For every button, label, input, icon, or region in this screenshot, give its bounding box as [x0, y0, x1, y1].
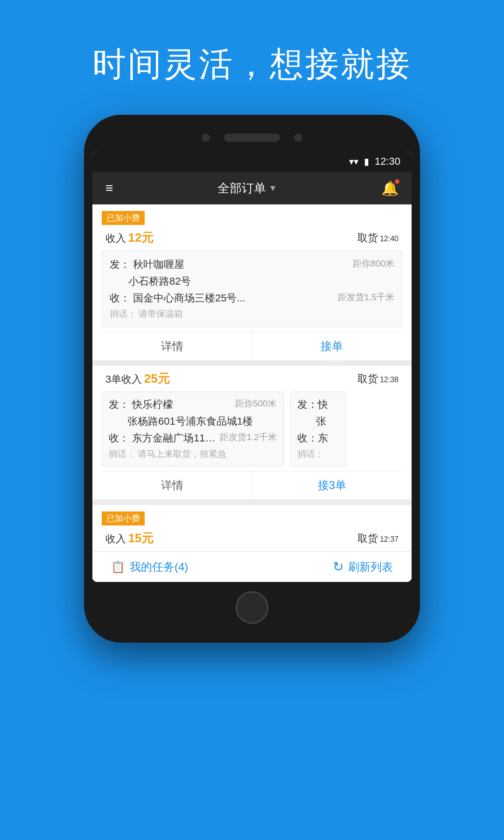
order1-from-address: 小石桥路82号 — [110, 274, 394, 288]
wifi-icon: ▾▾ — [349, 156, 358, 167]
order2-card2: 发：快 张 收：东 捎话： — [290, 392, 346, 466]
order1-to-row: 收： 国金中心商场三楼25号... 距发货1.5千米 — [110, 291, 394, 305]
content-area: 已加小费 收入 12元 取货 12:40 发： — [92, 204, 412, 582]
my-tasks-label[interactable]: 我的任务(4) — [130, 560, 188, 574]
tag-badge-3: 已加小费 — [102, 511, 145, 525]
menu-icon[interactable]: ≡ — [105, 181, 113, 196]
phone-container: ▾▾ ▮ 12:30 ≡ 全部订单 ▼ 🔔 已加小 — [0, 115, 504, 643]
order2-summary: 3单收入 25元 取货 12:38 — [92, 366, 412, 392]
status-bar: ▾▾ ▮ 12:30 — [92, 151, 412, 172]
order1-actions: 详情 接单 — [92, 332, 412, 360]
battery-icon: ▮ — [364, 156, 369, 167]
phone-bottom — [92, 582, 412, 629]
phone-top — [92, 129, 412, 151]
tag-badge-1: 已加小费 — [102, 211, 145, 225]
order1-to-distance: 距发货1.5千米 — [333, 291, 394, 303]
refresh-label[interactable]: 刷新列表 — [348, 560, 393, 574]
order2-detail-btn[interactable]: 详情 — [92, 471, 252, 499]
order2-accept-btn[interactable]: 接3单 — [252, 471, 412, 499]
order1-from-label: 发： — [110, 258, 130, 272]
order2-c1-from-row: 发： 快乐柠檬 距你500米 — [109, 398, 277, 412]
phone: ▾▾ ▮ 12:30 ≡ 全部订单 ▼ 🔔 已加小 — [84, 115, 420, 643]
order3-income: 收入 15元 — [105, 530, 154, 546]
refresh-tab[interactable]: ↻ 刷新列表 — [333, 559, 393, 574]
order1-note: 捎话： 请带保温箱 — [110, 308, 394, 320]
camera — [202, 133, 210, 142]
speaker — [224, 133, 280, 142]
order2-c1-from-address: 张杨路601号浦东食品城1楼 — [109, 414, 277, 428]
order2-pickup: 取货 12:38 — [357, 372, 399, 386]
order1-detail-btn[interactable]: 详情 — [92, 332, 252, 360]
bell-container[interactable]: 🔔 — [381, 180, 399, 196]
order-card-3: 已加小费 收入 15元 取货 12:37 — [92, 505, 412, 551]
order1-summary: 收入 12元 取货 12:40 — [92, 225, 412, 251]
order1-pickup: 取货 12:40 — [357, 231, 399, 245]
refresh-icon[interactable]: ↻ — [333, 559, 343, 574]
order1-from-distance: 距你800米 — [348, 258, 394, 270]
order2-c2-note: 捎话： — [297, 448, 339, 460]
dropdown-arrow-icon[interactable]: ▼ — [269, 183, 277, 193]
order2-c2-from-row: 发：快 — [297, 398, 339, 412]
camera-right — [294, 133, 302, 142]
order3-pickup: 取货 12:37 — [357, 532, 399, 546]
order-card-2: 3单收入 25元 取货 12:38 发： 快乐柠 — [92, 366, 412, 499]
order1-to-name: 国金中心商场三楼25号... — [130, 291, 333, 305]
order2-actions: 详情 接3单 — [92, 471, 412, 499]
app-header: ≡ 全部订单 ▼ 🔔 — [92, 172, 412, 204]
status-time: 12:30 — [375, 155, 400, 168]
home-button[interactable] — [236, 591, 268, 624]
order1-detail: 发： 秋叶咖喱屋 距你800米 小石桥路82号 收： 国金中心商场三楼25号..… — [102, 251, 402, 327]
page-title: 时间灵活，想接就接 — [0, 42, 504, 87]
order2-c1-to-row: 收： 东方金融广场11… 距发货1.2千米 — [109, 431, 277, 445]
order1-to-label: 收： — [110, 291, 130, 305]
page-heading: 时间灵活，想接就接 — [0, 0, 504, 115]
notification-dot — [395, 179, 399, 184]
order3-summary: 收入 15元 取货 12:37 — [92, 525, 412, 551]
order-card-1: 已加小费 收入 12元 取货 12:40 发： — [92, 204, 412, 360]
order2-c2-to-row: 收：东 — [297, 431, 339, 445]
order1-from-row: 发： 秋叶咖喱屋 距你800米 — [110, 258, 394, 272]
order2-card1: 发： 快乐柠檬 距你500米 张杨路601号浦东食品城1楼 收： 东方金融广场1… — [102, 392, 284, 466]
order2-scroll: 发： 快乐柠檬 距你500米 张杨路601号浦东食品城1楼 收： 东方金融广场1… — [92, 392, 412, 471]
phone-screen: ▾▾ ▮ 12:30 ≡ 全部订单 ▼ 🔔 已加小 — [92, 151, 412, 582]
order2-c2-address: 张 — [297, 414, 339, 428]
order1-accept-btn[interactable]: 接单 — [252, 332, 412, 360]
bottom-bar: 📋 我的任务(4) ↻ 刷新列表 — [92, 551, 412, 582]
order2-c1-note: 捎话： 请马上来取货，很紧急 — [109, 448, 277, 460]
order2-income: 3单收入 25元 — [105, 371, 170, 387]
header-title: 全部订单 ▼ — [217, 180, 277, 196]
header-title-text: 全部订单 — [217, 180, 266, 196]
my-tasks-tab[interactable]: 📋 我的任务(4) — [111, 560, 188, 574]
order1-from-name: 秋叶咖喱屋 — [130, 258, 348, 272]
order1-income: 收入 12元 — [105, 230, 154, 246]
tasks-icon: 📋 — [111, 560, 125, 574]
